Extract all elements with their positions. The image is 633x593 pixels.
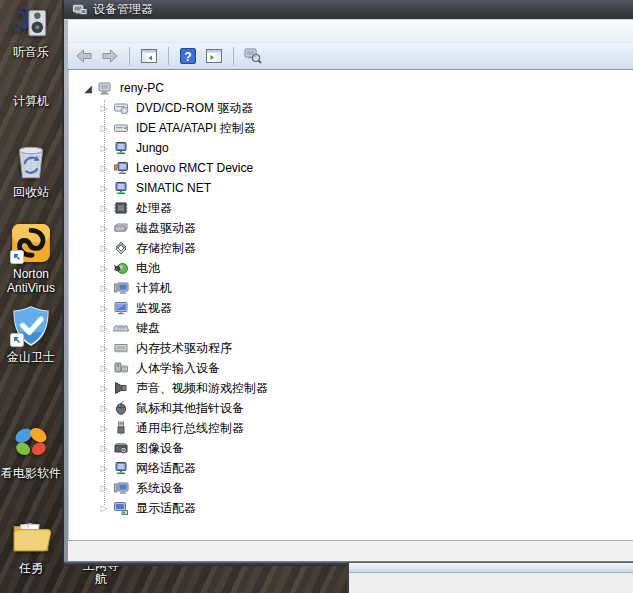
desktop-icon-norton[interactable]: Norton AntiVirus [0,222,62,295]
tree-item[interactable]: 监视器 [69,298,633,318]
tree-item[interactable]: IDE ATA/ATAPI 控制器 [69,118,633,138]
tree-item-label: 网络适配器 [133,459,199,478]
desktop-icon-label: 听音乐 [13,45,49,59]
forward-button[interactable] [98,45,122,67]
expand-arrow-icon[interactable] [97,241,111,255]
tree-root-item[interactable]: reny-PC [69,78,633,98]
expand-arrow-icon[interactable] [97,261,111,275]
expand-arrow-icon[interactable] [97,381,111,395]
expand-arrow-icon[interactable] [97,421,111,435]
tree-item[interactable]: 系统设备 [69,478,633,498]
tree-item[interactable]: 磁盘驱动器 [69,218,633,238]
expand-arrow-icon[interactable] [97,441,111,455]
expand-arrow-icon[interactable] [97,161,111,175]
desktop-icon-recycle-bin[interactable]: 回收站 [0,140,62,199]
processor-icon [113,200,129,216]
desktop-icon-label: 任勇 [19,561,43,575]
menu-help[interactable] [126,29,144,35]
expand-arrow-icon[interactable] [97,341,111,355]
tree-item[interactable]: 通用串行总线控制器 [69,418,633,438]
expand-arrow-icon[interactable] [97,361,111,375]
audio-icon [113,380,129,396]
expand-arrow-icon[interactable] [97,501,111,515]
tree-item-label: 显示适配器 [133,499,199,518]
tree-item[interactable]: DVD/CD-ROM 驱动器 [69,98,633,118]
expand-arrow-icon[interactable] [97,141,111,155]
desktop-icon-kingsoft[interactable]: 金山卫士 [0,305,62,364]
tree-item[interactable]: 声音、视频和游戏控制器 [69,378,633,398]
music-speaker-icon [10,0,52,42]
tree-item-label: Jungo [133,140,172,156]
toolbar: ? [68,43,633,70]
tree-item[interactable]: 键盘 [69,318,633,338]
mouse-icon [113,400,129,416]
tree-item-label: 磁盘驱动器 [133,219,199,238]
device-manager-window: 设备管理器 ? reny-PC [62,0,633,566]
svg-text:?: ? [184,50,191,64]
scan-hardware-icon [243,46,263,66]
tree-item-label: 声音、视频和游戏控制器 [133,379,271,398]
expand-arrow-icon[interactable] [97,301,111,315]
window-title: 设备管理器 [93,1,153,18]
tree-item-label: 内存技术驱动程序 [133,339,235,358]
expand-arrow-icon[interactable] [97,221,111,235]
tree-item[interactable]: 图像设备 [69,438,633,458]
scan-hardware-button[interactable] [241,45,265,67]
expand-arrow-icon[interactable] [97,461,111,475]
back-button[interactable] [72,45,96,67]
ide-controller-icon [113,120,129,136]
network-device-icon [113,180,129,196]
desktop-icon-label: 金山卫士 [7,350,55,364]
desktop-icon-label: Norton AntiVirus [0,267,62,295]
show-console-tree-button[interactable] [137,45,161,67]
recycle-bin-icon [10,140,52,182]
tree-item[interactable]: 存储控制器 [69,238,633,258]
device-manager-icon [72,2,87,17]
collapse-arrow-icon[interactable] [81,81,95,95]
desktop-icon-folder[interactable]: 任勇 [0,516,62,575]
help-button[interactable]: ? [176,45,200,67]
expand-arrow-icon[interactable] [97,281,111,295]
norton-antivirus-icon [10,222,52,264]
tree-item-label: 计算机 [133,279,175,298]
desktop-icon-movie[interactable]: 看电影软件 [0,421,62,480]
expand-arrow-icon[interactable] [97,201,111,215]
menu-view[interactable] [108,29,126,35]
tree-item[interactable]: 显示适配器 [69,498,633,518]
tree-item[interactable]: 鼠标和其他指针设备 [69,398,633,418]
tree-item[interactable]: 电池 [69,258,633,278]
expand-arrow-icon[interactable] [97,481,111,495]
background-window[interactable] [347,562,633,593]
action-pane-button[interactable] [202,45,226,67]
computer-category-icon [113,280,129,296]
tree-item[interactable]: Lenovo RMCT Device [69,158,633,178]
expand-arrow-icon[interactable] [97,181,111,195]
tree-item[interactable]: 计算机 [69,278,633,298]
expand-arrow-icon[interactable] [97,401,111,415]
shortcut-arrow-icon [10,544,24,558]
menu-file[interactable] [72,29,90,35]
menu-action[interactable] [90,29,108,35]
computer-root-icon [97,80,113,96]
tree-item-label: 存储控制器 [133,239,199,258]
tree-item[interactable]: Jungo [69,138,633,158]
expand-arrow-icon[interactable] [97,121,111,135]
computer-category-icon [113,480,129,496]
tree-item[interactable]: 人体学输入设备 [69,358,633,378]
tree-item[interactable]: SIMATIC NET [69,178,633,198]
tree-item[interactable]: 内存技术驱动程序 [69,338,633,358]
storage-controller-icon [113,240,129,256]
imaging-icon [113,440,129,456]
toolbar-separator [233,47,234,65]
expand-arrow-icon[interactable] [97,321,111,335]
tree-item-label: IDE ATA/ATAPI 控制器 [133,119,259,138]
tree-item[interactable]: 处理器 [69,198,633,218]
battery-icon [113,260,129,276]
desktop-icon-music[interactable]: 听音乐 [0,0,62,59]
window-titlebar[interactable]: 设备管理器 [64,0,633,20]
tree-item-label: 处理器 [133,199,175,218]
expand-arrow-icon[interactable] [97,101,111,115]
kingsoft-shield-icon [10,305,52,347]
tree-item-label: DVD/CD-ROM 驱动器 [133,99,256,118]
tree-item[interactable]: 网络适配器 [69,458,633,478]
